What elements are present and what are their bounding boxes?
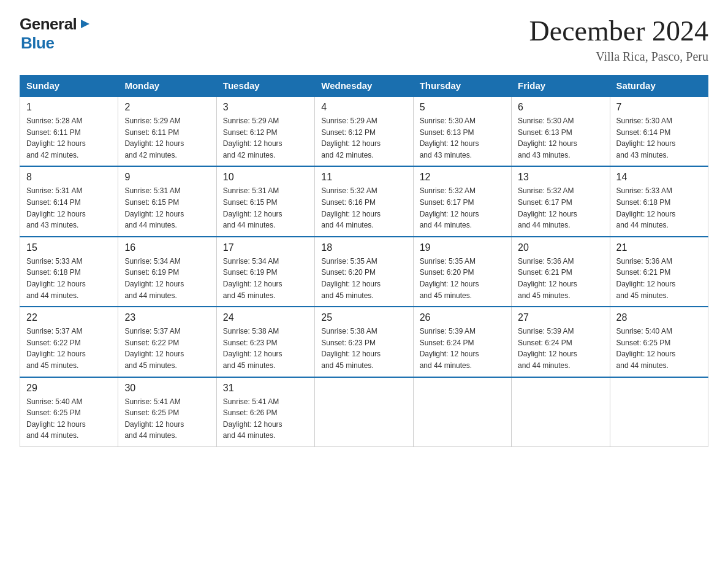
calendar-day-cell: 22 Sunrise: 5:37 AMSunset: 6:22 PMDaylig… [20, 307, 118, 377]
calendar-day-cell: 11 Sunrise: 5:32 AMSunset: 6:16 PMDaylig… [315, 166, 413, 236]
calendar-day-cell: 28 Sunrise: 5:40 AMSunset: 6:25 PMDaylig… [610, 307, 708, 377]
calendar-day-cell: 18 Sunrise: 5:35 AMSunset: 6:20 PMDaylig… [315, 237, 413, 307]
day-number: 6 [518, 102, 603, 113]
day-number: 26 [420, 312, 505, 323]
calendar-week-row: 22 Sunrise: 5:37 AMSunset: 6:22 PMDaylig… [20, 307, 708, 377]
calendar-subtitle: Villa Rica, Pasco, Peru [529, 50, 709, 64]
day-number: 12 [420, 172, 505, 183]
page-header: General Blue December 2024 Villa Rica, P… [20, 15, 708, 64]
day-number: 8 [26, 172, 112, 183]
calendar-day-cell: 14 Sunrise: 5:33 AMSunset: 6:18 PMDaylig… [610, 166, 708, 236]
day-info: Sunrise: 5:29 AMSunset: 6:12 PMDaylight:… [223, 117, 282, 159]
day-number: 31 [223, 383, 308, 394]
day-info: Sunrise: 5:34 AMSunset: 6:19 PMDaylight:… [223, 257, 282, 300]
day-info: Sunrise: 5:37 AMSunset: 6:22 PMDaylight:… [26, 327, 86, 370]
day-info: Sunrise: 5:39 AMSunset: 6:24 PMDaylight:… [518, 327, 577, 370]
calendar-day-cell: 27 Sunrise: 5:39 AMSunset: 6:24 PMDaylig… [512, 307, 610, 377]
day-info: Sunrise: 5:35 AMSunset: 6:20 PMDaylight:… [321, 257, 381, 300]
day-info: Sunrise: 5:31 AMSunset: 6:15 PMDaylight:… [223, 186, 282, 229]
calendar-day-cell: 31 Sunrise: 5:41 AMSunset: 6:26 PMDaylig… [216, 377, 314, 447]
day-info: Sunrise: 5:28 AMSunset: 6:11 PMDaylight:… [26, 117, 86, 159]
day-info: Sunrise: 5:40 AMSunset: 6:25 PMDaylight:… [616, 327, 676, 370]
day-number: 18 [321, 242, 406, 253]
calendar-day-cell: 29 Sunrise: 5:40 AMSunset: 6:25 PMDaylig… [20, 377, 118, 447]
column-header-wednesday: Wednesday [315, 75, 413, 97]
day-number: 3 [223, 102, 308, 113]
calendar-day-cell [610, 377, 708, 447]
day-info: Sunrise: 5:35 AMSunset: 6:20 PMDaylight:… [420, 257, 479, 300]
column-header-friday: Friday [512, 75, 610, 97]
calendar-day-cell: 23 Sunrise: 5:37 AMSunset: 6:22 PMDaylig… [118, 307, 216, 377]
day-number: 28 [616, 312, 702, 323]
day-info: Sunrise: 5:38 AMSunset: 6:23 PMDaylight:… [321, 327, 381, 370]
calendar-week-row: 1 Sunrise: 5:28 AMSunset: 6:11 PMDayligh… [20, 96, 708, 166]
day-number: 5 [420, 102, 505, 113]
logo-arrow-icon [78, 17, 92, 31]
day-number: 17 [223, 242, 308, 253]
day-number: 25 [321, 312, 406, 323]
calendar-day-cell: 1 Sunrise: 5:28 AMSunset: 6:11 PMDayligh… [20, 96, 118, 166]
day-info: Sunrise: 5:30 AMSunset: 6:14 PMDaylight:… [616, 117, 676, 159]
day-number: 2 [124, 102, 210, 113]
calendar-day-cell: 16 Sunrise: 5:34 AMSunset: 6:19 PMDaylig… [118, 237, 216, 307]
calendar-day-cell: 15 Sunrise: 5:33 AMSunset: 6:18 PMDaylig… [20, 237, 118, 307]
svg-marker-0 [81, 20, 89, 28]
day-info: Sunrise: 5:30 AMSunset: 6:13 PMDaylight:… [420, 117, 479, 159]
calendar-day-cell: 9 Sunrise: 5:31 AMSunset: 6:15 PMDayligh… [118, 166, 216, 236]
day-info: Sunrise: 5:33 AMSunset: 6:18 PMDaylight:… [616, 186, 676, 229]
day-number: 29 [26, 383, 112, 394]
calendar-day-cell [315, 377, 413, 447]
day-number: 14 [616, 172, 702, 183]
day-number: 4 [321, 102, 406, 113]
logo-blue-text: Blue [21, 34, 54, 52]
day-number: 24 [223, 312, 308, 323]
day-number: 21 [616, 242, 702, 253]
column-header-tuesday: Tuesday [216, 75, 314, 97]
calendar-day-cell: 19 Sunrise: 5:35 AMSunset: 6:20 PMDaylig… [413, 237, 511, 307]
day-number: 27 [518, 312, 603, 323]
calendar-day-cell: 24 Sunrise: 5:38 AMSunset: 6:23 PMDaylig… [216, 307, 314, 377]
day-info: Sunrise: 5:40 AMSunset: 6:25 PMDaylight:… [26, 397, 86, 440]
column-header-monday: Monday [118, 75, 216, 97]
day-number: 10 [223, 172, 308, 183]
day-info: Sunrise: 5:32 AMSunset: 6:16 PMDaylight:… [321, 186, 381, 229]
calendar-day-cell: 4 Sunrise: 5:29 AMSunset: 6:12 PMDayligh… [315, 96, 413, 166]
day-info: Sunrise: 5:29 AMSunset: 6:12 PMDaylight:… [321, 117, 381, 159]
day-info: Sunrise: 5:36 AMSunset: 6:21 PMDaylight:… [518, 257, 577, 300]
calendar-day-cell [413, 377, 511, 447]
title-block: December 2024 Villa Rica, Pasco, Peru [529, 15, 709, 64]
calendar-day-cell: 3 Sunrise: 5:29 AMSunset: 6:12 PMDayligh… [216, 96, 314, 166]
calendar-day-cell: 30 Sunrise: 5:41 AMSunset: 6:25 PMDaylig… [118, 377, 216, 447]
column-header-sunday: Sunday [20, 75, 118, 97]
day-number: 23 [124, 312, 210, 323]
calendar-header-row: SundayMondayTuesdayWednesdayThursdayFrid… [20, 75, 708, 97]
calendar-day-cell: 13 Sunrise: 5:32 AMSunset: 6:17 PMDaylig… [512, 166, 610, 236]
day-info: Sunrise: 5:32 AMSunset: 6:17 PMDaylight:… [518, 186, 577, 229]
day-number: 7 [616, 102, 702, 113]
column-header-thursday: Thursday [413, 75, 511, 97]
day-info: Sunrise: 5:31 AMSunset: 6:14 PMDaylight:… [26, 186, 86, 229]
day-info: Sunrise: 5:38 AMSunset: 6:23 PMDaylight:… [223, 327, 282, 370]
day-number: 1 [26, 102, 112, 113]
calendar-day-cell: 12 Sunrise: 5:32 AMSunset: 6:17 PMDaylig… [413, 166, 511, 236]
column-header-saturday: Saturday [610, 75, 708, 97]
calendar-day-cell: 20 Sunrise: 5:36 AMSunset: 6:21 PMDaylig… [512, 237, 610, 307]
calendar-table: SundayMondayTuesdayWednesdayThursdayFrid… [20, 75, 708, 447]
calendar-week-row: 15 Sunrise: 5:33 AMSunset: 6:18 PMDaylig… [20, 237, 708, 307]
day-number: 13 [518, 172, 603, 183]
calendar-week-row: 29 Sunrise: 5:40 AMSunset: 6:25 PMDaylig… [20, 377, 708, 447]
calendar-title: December 2024 [529, 15, 709, 47]
calendar-day-cell: 17 Sunrise: 5:34 AMSunset: 6:19 PMDaylig… [216, 237, 314, 307]
day-number: 20 [518, 242, 603, 253]
calendar-day-cell: 6 Sunrise: 5:30 AMSunset: 6:13 PMDayligh… [512, 96, 610, 166]
day-info: Sunrise: 5:30 AMSunset: 6:13 PMDaylight:… [518, 117, 577, 159]
day-info: Sunrise: 5:41 AMSunset: 6:25 PMDaylight:… [124, 397, 184, 440]
calendar-day-cell: 7 Sunrise: 5:30 AMSunset: 6:14 PMDayligh… [610, 96, 708, 166]
calendar-day-cell: 5 Sunrise: 5:30 AMSunset: 6:13 PMDayligh… [413, 96, 511, 166]
day-info: Sunrise: 5:31 AMSunset: 6:15 PMDaylight:… [124, 186, 184, 229]
day-info: Sunrise: 5:36 AMSunset: 6:21 PMDaylight:… [616, 257, 676, 300]
day-info: Sunrise: 5:32 AMSunset: 6:17 PMDaylight:… [420, 186, 479, 229]
day-number: 16 [124, 242, 210, 253]
calendar-day-cell: 25 Sunrise: 5:38 AMSunset: 6:23 PMDaylig… [315, 307, 413, 377]
logo: General Blue [20, 15, 92, 53]
